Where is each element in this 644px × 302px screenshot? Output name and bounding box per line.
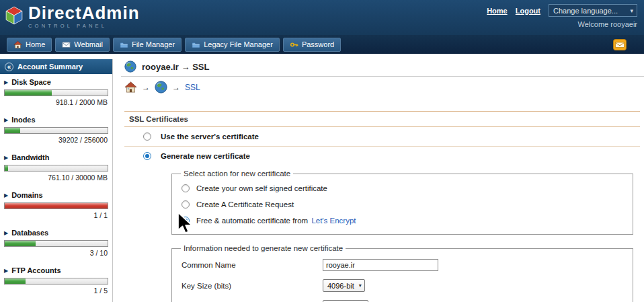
breadcrumb: → → SSL — [121, 77, 644, 93]
radio-certificate-request[interactable] — [182, 200, 190, 209]
radio-self-signed-certificate[interactable] — [182, 184, 190, 192]
usage-bar-fill — [5, 278, 26, 284]
key-size-select[interactable]: 4096-bit ▾ — [323, 279, 365, 292]
directadmin-cube-icon — [5, 6, 23, 25]
sidebar-item-value: 1 / 1 — [4, 209, 108, 223]
key-size-select-value: 4096-bit — [327, 282, 354, 290]
sidebar-item-label: Disk Space — [11, 78, 51, 86]
tab-legacy-file-manager[interactable]: Legacy File Manager — [185, 38, 280, 52]
tab-password[interactable]: Password — [283, 38, 341, 52]
option-label: Free & automatic certificate from Let's … — [196, 217, 356, 225]
tab-label: Legacy File Manager — [204, 40, 273, 48]
tab-label: Webmail — [74, 40, 103, 48]
field-label: Common Name — [182, 261, 323, 269]
ssl-content: SSL Certificates Use the server's certif… — [121, 111, 644, 302]
arrow-right-icon: ▶ — [4, 230, 8, 236]
arrow-right-icon: ▶ — [4, 155, 8, 161]
language-select[interactable]: Change language... ▾ — [549, 4, 637, 17]
folder-icon — [120, 40, 128, 49]
tab-label: File Manager — [132, 40, 175, 48]
sidebar-item-label: Domains — [11, 191, 42, 199]
sidebar-item-databases[interactable]: ▶ Databases 3 / 10 — [0, 225, 112, 262]
main-navbar: Home Webmail File Manager Legacy File Ma… — [0, 35, 644, 54]
arrow-right-icon: ▶ — [4, 79, 8, 85]
arrow-right-icon: ▶ — [4, 268, 8, 274]
usage-bar-fill — [5, 241, 36, 246]
option-row-server-certificate: Use the server's certificate — [124, 127, 640, 147]
form-row-common-name: Common Name — [179, 255, 626, 275]
home-link[interactable]: Home — [487, 7, 508, 15]
arrow-right-icon: ▶ — [4, 117, 8, 123]
sidebar-item-value: 918.1 / 2000 MB — [4, 96, 108, 110]
home-breadcrumb-icon[interactable] — [124, 81, 137, 93]
breadcrumb-ssl-link[interactable]: SSL — [185, 83, 200, 92]
sidebar-item-value: 1 / 5 — [4, 285, 108, 298]
sidebar-item-label: Bandwidth — [11, 153, 49, 161]
mail-icon — [62, 40, 71, 49]
radio-server-certificate[interactable] — [143, 133, 151, 141]
sidebar-item-value: 761.10 / 30000 MB — [4, 172, 108, 185]
field-label: Key Size (bits) — [182, 282, 323, 290]
usage-bar-fill — [5, 90, 52, 96]
radio-lets-encrypt[interactable] — [182, 217, 190, 225]
form-row-hashing-algorithm: Hashing Algorithm SHA-256 ▾ — [179, 296, 626, 302]
option-row-generate-new: Generate new certificate — [124, 147, 640, 165]
header-links: Home Logout Change language... ▾ — [487, 4, 637, 17]
header-right: Home Logout Change language... ▾ Welcome… — [487, 4, 637, 28]
fieldset-legend: Information needed to generate new certi… — [181, 244, 346, 252]
breadcrumb-separator: → — [172, 83, 180, 92]
page-title: rooyae.ir → SSL — [142, 62, 209, 72]
header: DirectAdmin CONTROL PANEL Home Logout Ch… — [0, 0, 644, 35]
option-label: Use the server's certificate — [161, 133, 259, 141]
chevron-down-icon: ▾ — [630, 7, 633, 14]
option-row-certificate-request: Create A Certificate Request — [179, 196, 626, 213]
domain-globe-icon[interactable] — [155, 81, 167, 93]
option-label: Create A Certificate Request — [196, 200, 294, 209]
page-title-bar: rooyae.ir → SSL — [121, 59, 644, 77]
collapse-icon[interactable]: « — [5, 63, 13, 71]
arrow-right-icon: ▶ — [4, 192, 8, 198]
certificate-info-fieldset: Information needed to generate new certi… — [171, 244, 633, 302]
logo-text: DirectAdmin CONTROL PANEL — [28, 4, 140, 29]
option-row-lets-encrypt: Free & automatic certificate from Let's … — [179, 213, 626, 229]
usage-bar-fill — [5, 165, 8, 171]
globe-icon — [124, 61, 136, 73]
sidebar-item-value: 3 / 10 — [4, 247, 108, 260]
key-icon — [290, 40, 298, 49]
sidebar-item-value: 39202 / 256000 — [4, 134, 108, 147]
logout-link[interactable]: Logout — [516, 7, 540, 15]
home-icon — [13, 40, 22, 49]
lets-encrypt-link[interactable]: Let's Encrypt — [311, 217, 356, 225]
tab-file-manager[interactable]: File Manager — [113, 38, 182, 52]
folder-icon — [192, 40, 200, 49]
sidebar-item-label: Databases — [11, 229, 48, 237]
main-content: rooyae.ir → SSL → → SSL — [121, 59, 644, 302]
sidebar-item-inodes[interactable]: ▶ Inodes 39202 / 256000 — [0, 112, 112, 149]
logo-title: DirectAdmin — [28, 4, 140, 22]
common-name-input[interactable] — [323, 259, 438, 271]
option-label-text: Free & automatic certificate from — [196, 217, 308, 225]
account-summary-header[interactable]: « Account Summary — [0, 59, 112, 74]
directadmin-screen: DirectAdmin CONTROL PANEL Home Logout Ch… — [0, 0, 644, 302]
tab-webmail[interactable]: Webmail — [55, 38, 110, 52]
sidebar-item-bandwidth[interactable]: ▶ Bandwidth 761.10 / 30000 MB — [0, 149, 112, 187]
sidebar-item-domains[interactable]: ▶ Domains 1 / 1 — [0, 187, 112, 225]
radio-generate-new-certificate[interactable] — [143, 152, 151, 160]
language-select-value: Change language... — [553, 7, 618, 15]
sidebar-item-label: Inodes — [11, 116, 35, 124]
tab-home[interactable]: Home — [7, 38, 52, 52]
usage-bar — [4, 202, 108, 209]
sidebar-item-disk-space[interactable]: ▶ Disk Space 918.1 / 2000 MB — [0, 74, 112, 112]
sidebar-item-ftp-accounts[interactable]: ▶ FTP Accounts 1 / 5 — [0, 262, 112, 300]
usage-bar — [4, 240, 108, 247]
tab-label: Home — [26, 40, 45, 48]
messages-icon[interactable] — [613, 39, 627, 50]
section-title: SSL Certificates — [124, 111, 640, 127]
option-row-self-signed: Create your own self signed certificate — [179, 180, 626, 196]
directadmin-logo[interactable]: DirectAdmin CONTROL PANEL — [5, 4, 140, 29]
fieldset-legend: Select action for new certificate — [181, 169, 293, 178]
usage-bar — [4, 89, 108, 96]
breadcrumb-separator: → — [142, 83, 150, 92]
usage-bar — [4, 278, 108, 285]
option-label: Generate new certificate — [161, 152, 250, 160]
